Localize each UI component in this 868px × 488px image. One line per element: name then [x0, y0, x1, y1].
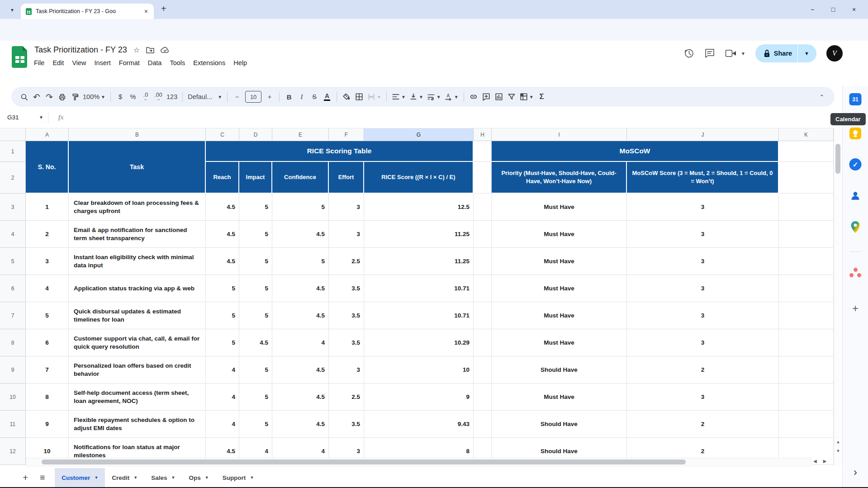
cell-priority-row7[interactable]: Must Have: [492, 302, 627, 329]
cell-impact-row9[interactable]: 5: [239, 356, 272, 384]
tasks-icon[interactable]: ✓: [849, 158, 862, 171]
cell-task-row4[interactable]: Email & app notification for sanctioned …: [69, 221, 206, 248]
cell-rice-row3[interactable]: 12.5: [364, 194, 474, 221]
create-filter-icon[interactable]: [505, 90, 518, 104]
cell-K[interactable]: [779, 248, 834, 275]
cell-reach-row7[interactable]: 5: [206, 302, 239, 329]
functions-button[interactable]: Σ: [536, 90, 548, 104]
cell-score-row7[interactable]: 3: [627, 302, 779, 329]
menu-extensions[interactable]: Extensions: [189, 57, 229, 69]
minimize-button[interactable]: −: [802, 0, 823, 19]
col-header-H[interactable]: H: [474, 128, 492, 141]
cell-impact-row10[interactable]: 5: [239, 384, 272, 411]
cell-task-row11[interactable]: Flexible repayment schedules & option to…: [69, 411, 206, 438]
col-header-E[interactable]: E: [272, 128, 329, 141]
row-header-1[interactable]: 1: [0, 141, 26, 162]
calendar-icon[interactable]: 31: [849, 93, 862, 105]
cell-sno-row10[interactable]: 8: [26, 384, 69, 411]
col-header-A[interactable]: A: [26, 128, 69, 141]
account-avatar[interactable]: V: [826, 45, 843, 62]
row-header-7[interactable]: 7: [0, 302, 26, 329]
cell-reach-row9[interactable]: 4: [206, 356, 239, 384]
share-button[interactable]: Share ▼: [755, 44, 816, 62]
cell-H[interactable]: [474, 248, 492, 275]
keep-icon[interactable]: [849, 128, 861, 139]
new-tab-button[interactable]: +: [161, 4, 166, 14]
cell-rice-row9[interactable]: 10: [364, 356, 474, 384]
sheet-tab-ops[interactable]: Ops▼: [182, 468, 215, 487]
text-wrap-icon[interactable]: ▼: [425, 90, 443, 104]
close-button[interactable]: ×: [844, 0, 864, 19]
cell-score-row6[interactable]: 3: [627, 275, 779, 302]
comments-icon[interactable]: [704, 48, 715, 59]
cell-sno-row8[interactable]: 6: [26, 329, 69, 356]
row-header-3[interactable]: 3: [0, 194, 26, 221]
row-header-5[interactable]: 5: [0, 248, 26, 275]
cell-rice-row4[interactable]: 11.25: [364, 221, 474, 248]
cell-impact-row5[interactable]: 5: [239, 248, 272, 275]
document-title[interactable]: Task Prioritization - FY 23: [34, 45, 127, 55]
name-box[interactable]: G31▼: [0, 114, 43, 121]
cell-H[interactable]: [474, 356, 492, 384]
cell-K[interactable]: [779, 302, 834, 329]
fill-color-icon[interactable]: [340, 90, 353, 104]
cell-reach-row4[interactable]: 4.5: [206, 221, 239, 248]
row-header-8[interactable]: 8: [0, 329, 26, 356]
cell-score-row9[interactable]: 2: [627, 356, 779, 384]
cell-reach-row8[interactable]: 5: [206, 329, 239, 356]
sheet-tab-customer[interactable]: Customer▼: [55, 468, 105, 487]
header-impact[interactable]: Impact: [239, 162, 272, 194]
cell-confidence-row4[interactable]: 4.5: [272, 221, 329, 248]
share-dropdown-icon[interactable]: ▼: [800, 51, 814, 56]
menu-view[interactable]: View: [68, 57, 90, 69]
tab-search-chevron-icon[interactable]: ▾: [6, 4, 18, 16]
sheet-tab-sales[interactable]: Sales▼: [144, 468, 182, 487]
cell-sno-row5[interactable]: 3: [26, 248, 69, 275]
sheet-menu-icon[interactable]: ▼: [94, 475, 98, 480]
cell-K[interactable]: [779, 221, 834, 248]
cell-K[interactable]: [779, 194, 834, 221]
cell-sno-row3[interactable]: 1: [26, 194, 69, 221]
sheet-menu-icon[interactable]: ▼: [171, 475, 175, 480]
row-header-4[interactable]: 4: [0, 221, 26, 248]
cell-confidence-row6[interactable]: 4.5: [272, 275, 329, 302]
header-confidence[interactable]: Confidence: [272, 162, 329, 194]
cell-task-row8[interactable]: Customer support via chat, call, & email…: [69, 329, 206, 356]
cell-impact-row3[interactable]: 5: [239, 194, 272, 221]
show-side-panel-icon[interactable]: ›: [854, 466, 857, 479]
decrease-font-size-button[interactable]: −: [231, 90, 243, 104]
cell-K[interactable]: [779, 275, 834, 302]
star-document-icon[interactable]: ☆: [133, 46, 140, 54]
search-menus-icon[interactable]: [18, 90, 30, 104]
sheet-tab-credit[interactable]: Credit▼: [105, 468, 144, 487]
col-header-D[interactable]: D: [239, 128, 272, 141]
cell-priority-row11[interactable]: Should Have: [492, 411, 627, 438]
menu-edit[interactable]: Edit: [48, 57, 68, 69]
row-header-11[interactable]: 11: [0, 411, 26, 438]
menu-file[interactable]: File: [30, 57, 48, 69]
cell-sno-row9[interactable]: 7: [26, 356, 69, 384]
header-task[interactable]: Task: [69, 141, 206, 194]
tab-close-icon[interactable]: ×: [143, 8, 149, 15]
cell-impact-row8[interactable]: 4.5: [239, 329, 272, 356]
cell-H[interactable]: [474, 141, 492, 162]
cell-K[interactable]: [779, 384, 834, 411]
vertical-align-icon[interactable]: ▼: [408, 90, 425, 104]
cell-score-row11[interactable]: 2: [627, 411, 779, 438]
insert-chart-icon[interactable]: [493, 90, 505, 104]
cell-impact-row11[interactable]: 5: [239, 411, 272, 438]
cell-score-row5[interactable]: 3: [627, 248, 779, 275]
insert-comment-icon[interactable]: [480, 90, 493, 104]
horizontal-align-icon[interactable]: ▼: [390, 90, 408, 104]
cell-effort-row3[interactable]: 3: [329, 194, 364, 221]
col-header-F[interactable]: F: [329, 128, 364, 141]
vertical-scrollbar-thumb[interactable]: [835, 144, 840, 174]
cell-confidence-row8[interactable]: 4: [272, 329, 329, 356]
horizontal-scrollbar[interactable]: [26, 458, 811, 466]
cell-priority-row8[interactable]: Must Have: [492, 329, 627, 356]
maps-icon[interactable]: [850, 221, 860, 233]
font-select[interactable]: Defaul...▼: [186, 90, 224, 104]
cell-H[interactable]: [474, 411, 492, 438]
header-rice-score[interactable]: RICE Score ((R × I × C) / E): [364, 162, 474, 194]
col-header-B[interactable]: B: [69, 128, 206, 141]
